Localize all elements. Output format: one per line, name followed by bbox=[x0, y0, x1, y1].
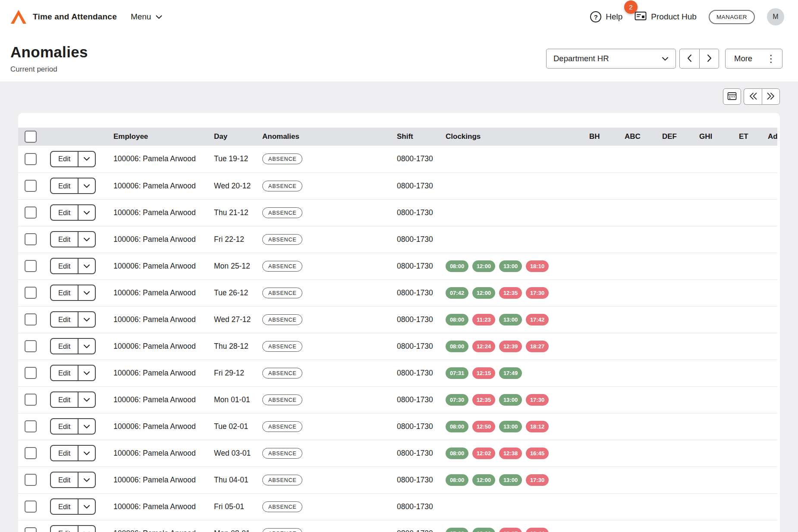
edit-button-label[interactable]: Edit bbox=[51, 366, 78, 380]
clocking-pill[interactable]: 13:00 bbox=[499, 314, 522, 325]
clocking-pill[interactable]: 08:00 bbox=[446, 341, 468, 352]
clocking-pill[interactable]: 08:00 bbox=[446, 421, 468, 432]
clocking-pill[interactable]: 08:00 bbox=[446, 314, 468, 325]
help-button[interactable]: ? Help bbox=[590, 11, 622, 22]
clocking-pill[interactable]: 13:00 bbox=[499, 421, 522, 432]
table-view-button[interactable] bbox=[723, 88, 741, 105]
edit-dropdown-toggle[interactable] bbox=[78, 446, 95, 460]
edit-button[interactable]: Edit bbox=[50, 445, 96, 461]
row-checkbox[interactable] bbox=[25, 501, 37, 513]
clocking-pill[interactable]: 12:15 bbox=[472, 367, 495, 379]
edit-dropdown-toggle[interactable] bbox=[78, 419, 95, 434]
clocking-pill[interactable]: 12:39 bbox=[499, 341, 522, 352]
edit-dropdown-toggle[interactable] bbox=[78, 205, 95, 220]
clocking-pill[interactable]: 18:12 bbox=[526, 421, 549, 432]
row-checkbox[interactable] bbox=[25, 260, 37, 272]
edit-button[interactable]: Edit bbox=[50, 285, 96, 301]
clocking-pill[interactable]: 08:00 bbox=[446, 448, 468, 459]
clocking-pill[interactable]: 07:31 bbox=[446, 367, 468, 379]
clocking-pill[interactable]: 13:17 bbox=[499, 528, 522, 532]
edit-button[interactable]: Edit bbox=[50, 338, 96, 354]
edit-button-label[interactable]: Edit bbox=[51, 499, 78, 514]
clocking-pill[interactable]: 12:35 bbox=[472, 394, 495, 406]
edit-button[interactable]: Edit bbox=[50, 418, 96, 435]
clocking-pill[interactable]: 13:00 bbox=[499, 474, 522, 486]
clocking-pill[interactable]: 18:10 bbox=[526, 260, 549, 272]
row-checkbox[interactable] bbox=[25, 474, 37, 486]
edit-button[interactable]: Edit bbox=[50, 472, 96, 488]
row-checkbox[interactable] bbox=[25, 340, 37, 352]
edit-button[interactable]: Edit bbox=[50, 151, 96, 167]
clocking-pill[interactable]: 08:00 bbox=[446, 474, 468, 486]
edit-dropdown-toggle[interactable] bbox=[78, 285, 95, 300]
clocking-pill[interactable]: 17:30 bbox=[526, 474, 549, 486]
clocking-pill[interactable]: 07:42 bbox=[446, 287, 468, 299]
edit-dropdown-toggle[interactable] bbox=[78, 152, 95, 166]
clocking-pill[interactable]: 16:45 bbox=[526, 448, 549, 459]
clocking-pill[interactable]: 11:23 bbox=[472, 314, 495, 325]
edit-button-label[interactable]: Edit bbox=[51, 473, 78, 487]
avatar[interactable]: M bbox=[767, 8, 784, 25]
clocking-pill[interactable]: 12:24 bbox=[472, 341, 495, 352]
edit-button-label[interactable]: Edit bbox=[51, 205, 78, 220]
clocking-pill[interactable]: 12:00 bbox=[472, 528, 495, 532]
edit-button-label[interactable]: Edit bbox=[51, 178, 78, 193]
clocking-pill[interactable]: 12:00 bbox=[472, 260, 495, 272]
clocking-pill[interactable]: 08:00 bbox=[446, 260, 468, 272]
edit-dropdown-toggle[interactable] bbox=[78, 473, 95, 487]
prev-period-button[interactable] bbox=[679, 49, 699, 69]
edit-button-label[interactable]: Edit bbox=[51, 526, 78, 532]
clocking-pill[interactable]: 12:00 bbox=[472, 474, 495, 486]
department-select[interactable]: Department HR bbox=[546, 49, 676, 69]
edit-dropdown-toggle[interactable] bbox=[78, 232, 95, 247]
row-checkbox[interactable] bbox=[25, 287, 37, 299]
row-checkbox[interactable] bbox=[25, 207, 37, 219]
edit-button[interactable]: Edit bbox=[50, 258, 96, 274]
clocking-pill[interactable]: 12:50 bbox=[472, 421, 495, 432]
menu-button[interactable]: Menu bbox=[131, 12, 163, 22]
edit-button-label[interactable]: Edit bbox=[51, 285, 78, 300]
clocking-pill[interactable]: 13:44 bbox=[526, 528, 549, 532]
edit-dropdown-toggle[interactable] bbox=[78, 259, 95, 273]
clocking-pill[interactable]: 12:02 bbox=[472, 448, 495, 459]
edit-dropdown-toggle[interactable] bbox=[78, 178, 95, 193]
edit-button[interactable]: Edit bbox=[50, 365, 96, 381]
row-checkbox[interactable] bbox=[25, 420, 37, 432]
clocking-pill[interactable]: 17:30 bbox=[526, 394, 549, 406]
edit-button[interactable]: Edit bbox=[50, 525, 96, 532]
edit-dropdown-toggle[interactable] bbox=[78, 312, 95, 327]
edit-button[interactable]: Edit bbox=[50, 311, 96, 328]
clocking-pill[interactable]: 13:00 bbox=[499, 394, 522, 406]
edit-dropdown-toggle[interactable] bbox=[78, 526, 95, 532]
clocking-pill[interactable]: 12:38 bbox=[499, 448, 522, 459]
edit-dropdown-toggle[interactable] bbox=[78, 339, 95, 354]
clocking-pill[interactable]: 17:30 bbox=[526, 287, 549, 299]
row-checkbox[interactable] bbox=[25, 313, 37, 325]
row-checkbox[interactable] bbox=[25, 367, 37, 379]
edit-button-label[interactable]: Edit bbox=[51, 259, 78, 273]
edit-dropdown-toggle[interactable] bbox=[78, 392, 95, 407]
edit-button-label[interactable]: Edit bbox=[51, 392, 78, 407]
clocking-pill[interactable]: 17:42 bbox=[526, 314, 549, 325]
row-checkbox[interactable] bbox=[25, 180, 37, 192]
clocking-pill[interactable]: 18:27 bbox=[526, 341, 549, 352]
clocking-pill[interactable]: 12:00 bbox=[472, 287, 495, 299]
edit-button-label[interactable]: Edit bbox=[51, 446, 78, 460]
more-button[interactable]: More ⋮ bbox=[725, 49, 782, 69]
edit-button[interactable]: Edit bbox=[50, 204, 96, 221]
clocking-pill[interactable]: 17:49 bbox=[499, 367, 522, 379]
edit-button[interactable]: Edit bbox=[50, 178, 96, 194]
edit-button[interactable]: Edit bbox=[50, 231, 96, 247]
app-logo-icon[interactable] bbox=[10, 9, 27, 24]
product-hub-button[interactable]: Product Hub bbox=[635, 11, 697, 23]
edit-button-label[interactable]: Edit bbox=[51, 232, 78, 247]
notification-badge[interactable]: 2 bbox=[624, 0, 638, 14]
next-period-button[interactable] bbox=[699, 49, 719, 69]
edit-button-label[interactable]: Edit bbox=[51, 339, 78, 354]
edit-button-label[interactable]: Edit bbox=[51, 152, 78, 166]
clocking-pill[interactable]: 07:06 bbox=[446, 528, 468, 532]
clocking-pill[interactable]: 07:30 bbox=[446, 394, 468, 406]
edit-button-label[interactable]: Edit bbox=[51, 419, 78, 434]
row-checkbox[interactable] bbox=[25, 153, 37, 165]
edit-button[interactable]: Edit bbox=[50, 391, 96, 408]
